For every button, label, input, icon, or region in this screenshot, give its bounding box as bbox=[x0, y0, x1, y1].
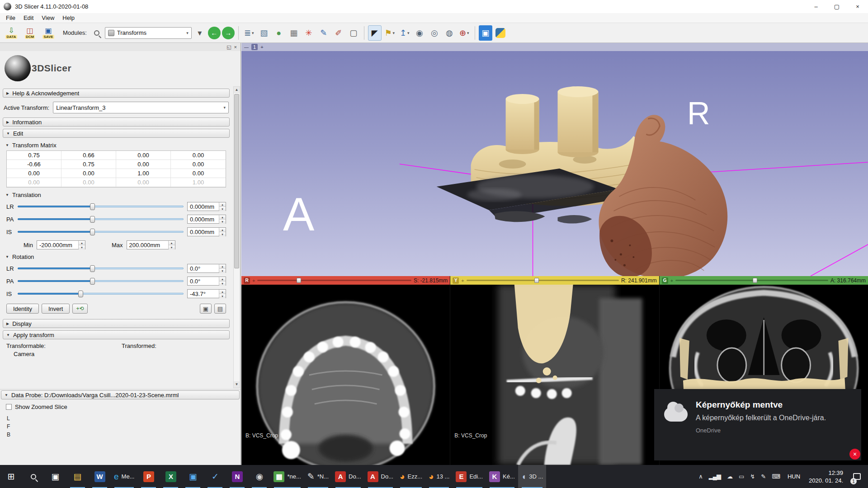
section-information[interactable]: ▶ Information bbox=[3, 117, 230, 127]
matrix-cell-2-0[interactable]: 0.00 bbox=[7, 169, 61, 178]
mouse-interaction-button[interactable]: ◤ bbox=[368, 25, 382, 41]
identity-button[interactable]: Identity bbox=[6, 304, 39, 314]
section-translation[interactable]: ▼ Translation bbox=[5, 192, 227, 198]
annotation-button[interactable]: ✎ bbox=[317, 25, 330, 41]
view3d-pin-icon[interactable]: — bbox=[244, 45, 249, 50]
save-button[interactable]: ▣SAVE bbox=[40, 25, 57, 41]
matrix-cell-1-0[interactable]: -0.66 bbox=[7, 160, 61, 169]
taskbar-snip[interactable]: ◉ bbox=[248, 465, 270, 488]
spin-up-icon[interactable]: ▴ bbox=[169, 241, 175, 245]
spin-up-icon[interactable]: ▴ bbox=[219, 290, 226, 294]
spin-down-icon[interactable]: ▾ bbox=[219, 294, 226, 298]
spin-down-icon[interactable]: ▾ bbox=[219, 282, 226, 286]
spin-up-icon[interactable]: ▴ bbox=[79, 241, 85, 245]
translation-is-slider-handle[interactable] bbox=[90, 229, 95, 235]
matrix-cell-3-3[interactable]: 1.00 bbox=[171, 178, 226, 187]
matrix-cell-3-1[interactable]: 0.00 bbox=[61, 178, 116, 187]
section-edit[interactable]: ▼ Edit bbox=[3, 129, 230, 138]
adjust-transform-button[interactable]: ↥▾ bbox=[398, 25, 411, 41]
clock[interactable]: 12:39 2020. 01. 24. bbox=[805, 469, 847, 484]
yellow-slice-slider[interactable] bbox=[467, 277, 619, 283]
matrix-cell-0-1[interactable]: 0.66 bbox=[61, 151, 116, 160]
translation-lr-slider[interactable] bbox=[18, 202, 184, 211]
annotation-hide-button[interactable]: ✐ bbox=[332, 25, 345, 41]
matrix-cell-3-2[interactable]: 0.00 bbox=[116, 178, 171, 187]
layout-button[interactable]: ≣▾ bbox=[242, 25, 256, 41]
rotation-is-slider[interactable] bbox=[18, 290, 184, 298]
matrix-cell-3-0[interactable]: 0.00 bbox=[7, 178, 61, 187]
matrix-cell-1-3[interactable]: 0.00 bbox=[171, 160, 226, 169]
axial-slice-image[interactable]: B: VCS_Crop bbox=[241, 285, 450, 465]
section-transform-matrix[interactable]: ▼ Transform Matrix bbox=[5, 142, 227, 149]
menu-file[interactable]: File bbox=[2, 14, 19, 21]
minimize-button[interactable]: – bbox=[806, 0, 826, 13]
panel-scrollbar[interactable]: ▲ ▼ bbox=[233, 86, 240, 388]
load-dicom-button[interactable]: ◫DCM bbox=[21, 25, 38, 41]
invert-button[interactable]: Invert bbox=[42, 304, 70, 314]
tray-display-icon[interactable]: ▭ bbox=[736, 473, 747, 480]
scrollbar-thumb[interactable] bbox=[234, 94, 239, 268]
notification-center-button[interactable]: 1 bbox=[847, 465, 866, 488]
section-rotation[interactable]: ▼ Rotation bbox=[5, 253, 227, 260]
translation-pa-spinbox[interactable]: 0.000mm▴▾ bbox=[187, 215, 226, 224]
taskbar-paint[interactable]: KKé... bbox=[486, 465, 518, 488]
close-button[interactable]: × bbox=[847, 0, 868, 13]
scene-view-button[interactable]: ◎ bbox=[428, 25, 441, 41]
spin-down-icon[interactable]: ▾ bbox=[219, 232, 226, 236]
extensions-manager-button[interactable]: ▣ bbox=[479, 25, 492, 41]
min-spinbox[interactable]: -200.000mm ▴▾ bbox=[37, 240, 85, 249]
translation-pa-slider-handle[interactable] bbox=[90, 216, 95, 223]
spin-up-icon[interactable]: ▴ bbox=[219, 277, 226, 282]
translation-pa-slider[interactable] bbox=[18, 215, 184, 223]
red-slice-slider[interactable] bbox=[257, 277, 411, 283]
screenshot-tool-button[interactable]: ◉ bbox=[413, 25, 426, 41]
panel-close-button[interactable]: × bbox=[234, 44, 237, 50]
3d-view[interactable]: A R bbox=[241, 51, 868, 276]
spin-down-icon[interactable]: ▾ bbox=[219, 220, 226, 224]
show-zoomed-slice-checkbox[interactable] bbox=[6, 404, 12, 410]
module-back-button[interactable]: ← bbox=[208, 27, 221, 39]
taskbar-edge[interactable]: eMe... bbox=[111, 465, 137, 488]
onedrive-notification[interactable]: Képernyőkép mentve A képernyőkép felkerü… bbox=[654, 389, 861, 460]
taskbar-word[interactable]: W bbox=[89, 465, 111, 488]
notification-close-button[interactable]: × bbox=[849, 449, 860, 460]
tables-button[interactable]: ▦ bbox=[287, 25, 301, 41]
matrix-cell-1-2[interactable]: 0.00 bbox=[116, 160, 171, 169]
pin-icon[interactable]: + bbox=[252, 278, 255, 283]
matrix-cell-2-3[interactable]: 0.00 bbox=[171, 169, 226, 178]
taskbar-notepad-green[interactable]: ▦*ne... bbox=[270, 465, 304, 488]
translation-is-slider[interactable] bbox=[18, 228, 184, 236]
show-3d-button[interactable]: ▧ bbox=[257, 25, 271, 41]
matrix-cell-1-1[interactable]: 0.75 bbox=[61, 160, 116, 169]
3d-render[interactable] bbox=[241, 51, 868, 276]
pin-icon[interactable]: + bbox=[670, 278, 673, 283]
spin-down-icon[interactable]: ▾ bbox=[169, 245, 175, 249]
pin-icon[interactable]: + bbox=[461, 278, 464, 283]
menu-view[interactable]: View bbox=[38, 14, 58, 21]
translation-is-spinbox[interactable]: 0.000mm▴▾ bbox=[187, 227, 226, 236]
rotation-lr-slider-handle[interactable] bbox=[90, 265, 95, 272]
matrix-cell-0-3[interactable]: 0.00 bbox=[171, 151, 226, 160]
matrix-cell-2-1[interactable]: 0.00 bbox=[61, 169, 116, 178]
scrollbar-up-icon[interactable]: ▲ bbox=[234, 87, 240, 93]
copy-matrix-button[interactable]: ▣ bbox=[200, 304, 212, 314]
harden-transform-button[interactable]: +⟲ bbox=[72, 304, 87, 314]
scrollbar-down-icon[interactable]: ▼ bbox=[234, 381, 240, 388]
green-slice-letter[interactable]: G bbox=[662, 277, 668, 284]
tray-usb-icon[interactable]: ↯ bbox=[747, 473, 758, 480]
max-spinbox[interactable]: 200.000mm ▴▾ bbox=[127, 240, 175, 249]
taskbar-acrobat-1[interactable]: ADo... bbox=[332, 465, 364, 488]
rotation-is-spinbox[interactable]: -43.7°▴▾ bbox=[187, 289, 226, 298]
spin-up-icon[interactable]: ▴ bbox=[219, 202, 226, 207]
translation-lr-slider-handle[interactable] bbox=[90, 203, 95, 210]
red-slice-letter[interactable]: R bbox=[244, 277, 250, 284]
volume-rendering-button[interactable]: ● bbox=[272, 25, 286, 41]
transformable-list[interactable]: Camera bbox=[14, 351, 226, 357]
screen-capture-button[interactable]: ▢ bbox=[347, 25, 360, 41]
taskbar-acrobat-2[interactable]: ADo... bbox=[364, 465, 396, 488]
module-history-button[interactable]: ▾ bbox=[193, 25, 207, 41]
green-slice-slider-handle[interactable] bbox=[753, 278, 757, 283]
language-indicator[interactable]: HUN bbox=[783, 473, 805, 480]
view3d-center-icon[interactable]: + bbox=[260, 44, 263, 50]
taskbar-editor-red[interactable]: EEdi... bbox=[453, 465, 486, 488]
